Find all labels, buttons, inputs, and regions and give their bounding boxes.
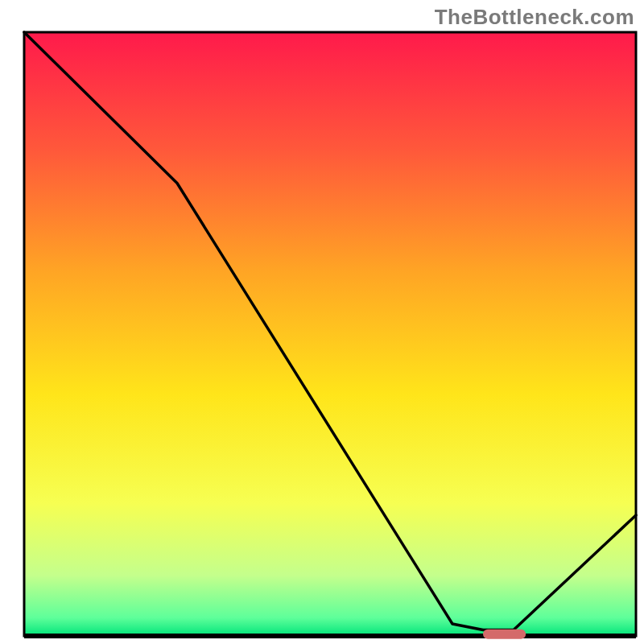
chart-frame: TheBottleneck.com: [0, 0, 644, 644]
bottom-band: [24, 634, 636, 638]
optimal-range-marker: [483, 630, 526, 639]
bottleneck-plot: [0, 0, 644, 644]
